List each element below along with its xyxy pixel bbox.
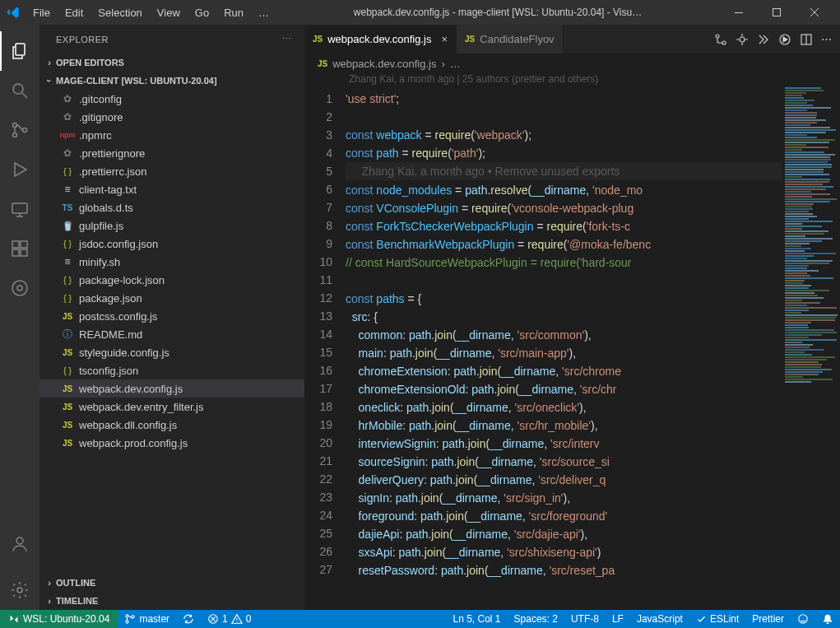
file-item[interactable]: ⓘREADME.md <box>39 325 304 343</box>
source-control-tab[interactable] <box>0 110 39 150</box>
file-item[interactable]: 🥤gulpfile.js <box>39 216 304 235</box>
file-item[interactable]: { }package.json <box>39 289 304 307</box>
file-item[interactable]: JSstyleguide.config.js <box>39 343 304 361</box>
extensions-tab[interactable] <box>0 229 39 268</box>
file-name: tsconfig.json <box>79 365 138 377</box>
eslint-status[interactable]: ESLint <box>689 613 745 625</box>
menu-run[interactable]: Run <box>217 3 250 22</box>
line-numbers: 1234567891011121314151617181920212223242… <box>304 86 346 610</box>
svg-rect-0 <box>735 12 743 13</box>
cursor-position[interactable]: Ln 5, Col 1 <box>446 613 507 625</box>
svg-point-23 <box>132 616 134 618</box>
compare-changes-icon[interactable] <box>714 33 727 46</box>
menu-…[interactable]: … <box>252 3 276 22</box>
file-item[interactable]: JSwebpack.dll.config.js <box>39 416 304 434</box>
problems-indicator[interactable]: 1 0 <box>201 610 258 628</box>
file-item[interactable]: { }tsconfig.json <box>39 361 304 379</box>
accounts-button[interactable] <box>0 524 39 564</box>
split-editor-icon[interactable] <box>800 33 813 46</box>
tab-label: CandidateFlyov <box>480 33 554 45</box>
remote-indicator[interactable]: WSL: Ubuntu-20.04 <box>0 610 118 628</box>
svg-point-15 <box>17 588 22 593</box>
close-button[interactable] <box>796 0 833 25</box>
file-item[interactable]: npm.npmrc <box>39 126 304 144</box>
file-name: package.json <box>79 292 142 305</box>
code-editor[interactable]: 1234567891011121314151617181920212223242… <box>304 86 840 610</box>
status-bar: WSL: Ubuntu-20.04 master 1 0 Ln 5, Col 1… <box>0 610 840 628</box>
code-content[interactable]: 'use strict'; const webpack = require('w… <box>346 86 782 610</box>
svg-point-16 <box>716 35 719 38</box>
txt-file-icon: ≡ <box>59 184 76 195</box>
encoding[interactable]: UTF-8 <box>564 613 606 625</box>
file-name: client-tag.txt <box>79 184 137 196</box>
prettier-status[interactable]: Prettier <box>745 613 791 625</box>
notifications-icon[interactable] <box>815 613 840 625</box>
file-item[interactable]: { }package-lock.json <box>39 271 304 289</box>
minimap[interactable] <box>782 86 840 610</box>
file-item[interactable]: TSglobals.d.ts <box>39 198 304 216</box>
file-item[interactable]: ✿.gitignore <box>39 108 304 126</box>
git-open-icon[interactable] <box>736 33 749 46</box>
timeline-section[interactable]: › TIMELINE <box>39 592 304 610</box>
file-name: webpack.dll.config.js <box>79 419 177 431</box>
indentation[interactable]: Spaces: 2 <box>508 613 564 625</box>
run-icon[interactable] <box>778 33 791 46</box>
menu-edit[interactable]: Edit <box>58 3 90 22</box>
open-editors-section[interactable]: › OPEN EDITORS <box>39 53 304 72</box>
file-item[interactable]: ≡client-tag.txt <box>39 180 304 198</box>
svg-point-17 <box>722 41 726 44</box>
chevron-down-icon: › <box>44 74 54 87</box>
file-name: jsdoc.config.json <box>79 238 158 250</box>
sync-button[interactable] <box>176 610 201 628</box>
menu-go[interactable]: Go <box>188 3 216 22</box>
maximize-button[interactable] <box>758 0 796 25</box>
json-file-icon: { } <box>59 366 76 375</box>
file-item[interactable]: ≡minify.sh <box>39 253 304 271</box>
file-item[interactable]: ✿.prettierignore <box>39 144 304 162</box>
close-tab-icon[interactable]: × <box>441 33 448 45</box>
remote-explorer-tab[interactable] <box>0 189 39 229</box>
svg-point-22 <box>126 621 128 623</box>
outline-section[interactable]: › OUTLINE <box>39 574 304 592</box>
file-item[interactable]: { }jsdoc.config.json <box>39 235 304 253</box>
feedback-icon[interactable] <box>791 613 815 625</box>
file-name: .npmrc <box>79 129 112 142</box>
git-branch[interactable]: master <box>118 610 176 628</box>
breadcrumb[interactable]: JS webpack.dev.config.js › … <box>304 53 840 73</box>
tab-label: webpack.dev.config.js <box>327 33 431 45</box>
menu-view[interactable]: View <box>151 3 187 22</box>
workspace-section[interactable]: › MAGE-CLIENT [WSL: UBUNTU-20.04] <box>39 72 304 90</box>
explorer-tab[interactable] <box>0 31 39 71</box>
npm-file-icon: npm <box>59 131 76 139</box>
sidebar-more-icon[interactable]: ⋯ <box>282 34 292 44</box>
sidebar: EXPLORER ⋯ › OPEN EDITORS › MAGE-CLIENT … <box>39 25 304 610</box>
svg-rect-2 <box>16 44 25 55</box>
cfg-file-icon: ✿ <box>59 111 76 123</box>
search-tab[interactable] <box>0 71 39 110</box>
file-item[interactable]: JSwebpack.dev.config.js <box>39 379 304 398</box>
file-item[interactable]: { }.prettierrc.json <box>39 162 304 180</box>
menu-selection[interactable]: Selection <box>91 3 148 22</box>
more-actions-icon[interactable]: ⋯ <box>821 33 832 45</box>
file-name: README.md <box>79 328 142 341</box>
eol[interactable]: LF <box>606 613 630 625</box>
editor-tab[interactable]: JSwebpack.dev.config.js× <box>304 25 457 53</box>
file-item[interactable]: JSwebpack.prod.config.js <box>39 434 304 452</box>
settings-button[interactable] <box>0 570 39 610</box>
gitlens-tab[interactable] <box>0 268 39 308</box>
toggle-changes-icon[interactable] <box>757 33 770 46</box>
file-name: .gitignore <box>79 111 123 123</box>
file-item[interactable]: ✿.gitconfig <box>39 90 304 108</box>
js-file-icon: JS <box>313 35 323 44</box>
git-blame-header: Zhang Kai, a month ago | 25 authors (pre… <box>304 73 840 85</box>
language-mode[interactable]: JavaScript <box>630 613 689 625</box>
window-controls <box>720 0 833 25</box>
file-item[interactable]: JSpostcss.config.js <box>39 307 304 325</box>
editor-tab[interactable]: JSCandidateFlyov <box>457 25 564 53</box>
minimize-button[interactable] <box>720 0 758 25</box>
menu-file[interactable]: File <box>26 3 57 22</box>
js-file-icon: JS <box>318 59 327 68</box>
run-debug-tab[interactable] <box>0 150 39 189</box>
svg-point-14 <box>16 537 23 544</box>
file-item[interactable]: JSwebpack.dev.entry_filter.js <box>39 398 304 416</box>
